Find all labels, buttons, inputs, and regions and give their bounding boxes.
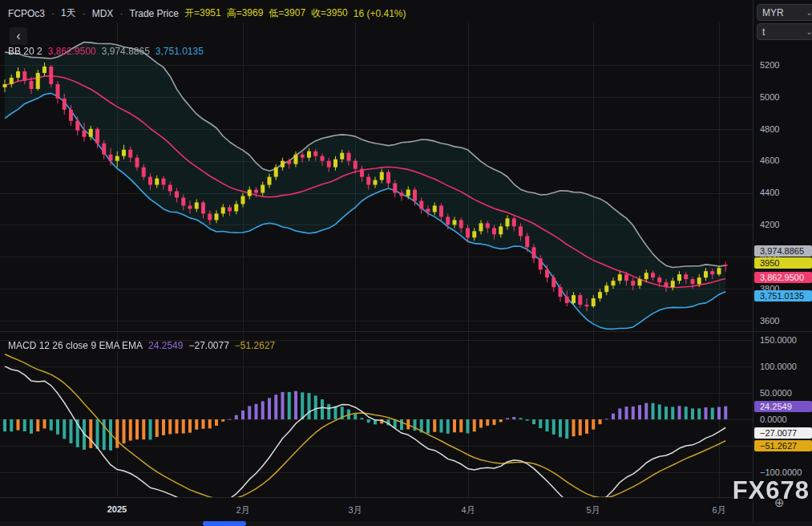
- macd-pane-canvas[interactable]: [0, 332, 753, 497]
- price-tick: 4600: [760, 155, 779, 166]
- time-label-mar: 3月: [331, 504, 379, 516]
- macd-tick: 100.0000: [760, 361, 797, 372]
- trading-chart-app: FCPOc3 · 1天 · MDX · Trade Price 开=3951 高…: [0, 0, 812, 526]
- macd-signal-value: −51.2627: [235, 340, 275, 351]
- bb-legend: BB 20 2 3,862.9500 3,974.8865 3,751.0135: [8, 46, 204, 57]
- time-label-feb: 2月: [219, 504, 267, 516]
- ohlc-high: 高=3969: [227, 6, 264, 20]
- macd-legend: MACD 12 26 close 9 EMA EMA 24.2549 −27.0…: [8, 340, 275, 351]
- bb-mid-badge: 3,862.9500: [754, 272, 812, 283]
- price-tick: 3600: [760, 315, 779, 326]
- scrollbar-thumb[interactable]: [203, 521, 246, 526]
- back-arrow-icon: ‹: [16, 28, 21, 44]
- price-pane-canvas[interactable]: [0, 22, 753, 331]
- price-tick: 4800: [760, 123, 779, 135]
- separator-dot: ·: [119, 8, 123, 19]
- macd-tick: 50.0000: [760, 387, 792, 399]
- exchange-label: MDX: [92, 8, 114, 19]
- currency-dropdown[interactable]: MYR ⌄: [757, 4, 812, 21]
- bb-upper-value: 3,974.8865: [102, 46, 150, 57]
- unit-value: t: [762, 26, 765, 38]
- chart-legend: FCPOc3 · 1天 · MDX · Trade Price 开=3951 高…: [8, 6, 406, 20]
- symbol-name[interactable]: FCPOc3: [8, 8, 45, 19]
- ohlc-close: 收=3950: [311, 6, 348, 20]
- time-label-apr: 4月: [444, 504, 492, 516]
- macd-line-badge: −27.0077: [754, 427, 812, 439]
- macd-line-value: −27.0077: [188, 340, 228, 351]
- separator-dot: ·: [51, 8, 55, 19]
- interval-label[interactable]: 1天: [61, 6, 76, 20]
- time-label-jun: 6月: [695, 504, 743, 516]
- price-tick: 5000: [760, 91, 779, 103]
- macd-tick: 0.0000: [760, 414, 787, 425]
- bb-mid-value: 3,862.9500: [48, 46, 96, 57]
- time-label-year: 2025: [93, 504, 141, 514]
- ohlc-low: 低=3907: [269, 6, 305, 20]
- bb-lower-badge: 3,751.0135: [754, 290, 812, 301]
- change-value: 16 (+0.41%): [353, 8, 406, 19]
- price-tick: 5200: [760, 59, 779, 71]
- price-tick: 4400: [760, 187, 779, 198]
- indicator-macd-label[interactable]: MACD 12 26 close 9 EMA EMA: [8, 340, 143, 351]
- ohlc-open: 开=3951: [184, 6, 221, 20]
- separator-dot: ·: [83, 8, 86, 19]
- macd-tick: 150.0000: [760, 334, 797, 346]
- last-price-badge: 3950: [754, 257, 812, 269]
- macd-signal-badge: −51.2627: [754, 440, 812, 451]
- back-button[interactable]: ‹: [10, 27, 27, 45]
- unit-dropdown[interactable]: t ⌄: [757, 23, 812, 40]
- bb-lower-value: 3,751.0135: [156, 46, 204, 57]
- price-tick: 4200: [760, 219, 779, 230]
- price-axis-panel[interactable]: MYR ⌄ t ⌄ 5200 5000 4800 4600 4400 4200 …: [753, 0, 812, 526]
- indicator-bb-label[interactable]: BB 20 2: [8, 46, 42, 57]
- chevron-down-icon: ⌄: [806, 27, 812, 36]
- watermark-fx678: FX678: [733, 476, 810, 505]
- bb-upper-badge: 3,974.8865: [754, 245, 812, 257]
- bottom-bar: [0, 521, 812, 526]
- series-type-label: Trade Price: [129, 8, 179, 19]
- macd-hist-badge: 24.2549: [754, 401, 812, 412]
- currency-value: MYR: [762, 7, 784, 18]
- time-label-may: 5月: [569, 504, 617, 516]
- chevron-down-icon: ⌄: [806, 8, 812, 17]
- macd-hist-value: 24.2549: [148, 340, 183, 351]
- time-axis[interactable]: 2025 2月 3月 4月 5月 6月: [0, 497, 753, 522]
- pane-separator[interactable]: [0, 331, 812, 332]
